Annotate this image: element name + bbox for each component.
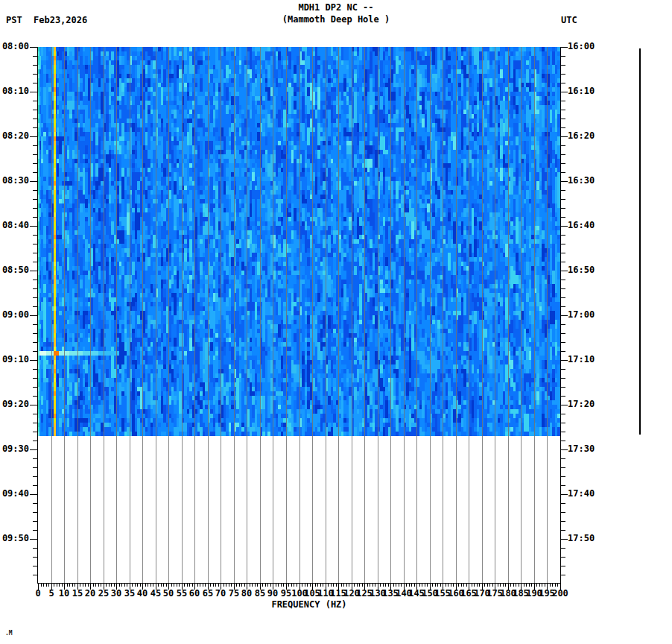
time-tick-left <box>33 101 37 101</box>
freq-tick <box>505 583 506 587</box>
time-tick-left <box>33 253 37 253</box>
freq-tick <box>346 583 347 587</box>
freq-tick <box>317 583 318 587</box>
time-tick-right <box>561 92 568 92</box>
freq-tick <box>127 583 127 587</box>
time-tick-right <box>561 494 568 495</box>
y-axis-left-line <box>37 47 38 584</box>
freq-tick <box>291 583 292 587</box>
freq-tick <box>414 583 415 587</box>
time-tick-right <box>561 503 565 504</box>
left-time-label: 08:10 <box>0 86 29 96</box>
freq-tick <box>210 583 211 587</box>
freq-tick <box>153 583 153 587</box>
freq-tick <box>171 583 172 587</box>
freq-tick <box>370 583 370 587</box>
time-tick-right <box>561 458 565 459</box>
freq-tick <box>106 583 107 587</box>
freq-tick <box>101 583 101 587</box>
freq-tick <box>294 583 294 587</box>
time-tick-right <box>561 476 565 477</box>
freq-tick <box>197 583 198 587</box>
freq-tick <box>380 583 381 587</box>
freq-tick <box>373 583 373 587</box>
time-tick-right <box>561 288 565 289</box>
freq-tick <box>281 583 282 587</box>
freq-tick <box>158 583 159 587</box>
freq-tick <box>315 583 316 587</box>
freq-tick <box>479 583 480 587</box>
freq-tick <box>331 583 332 587</box>
time-tick-left <box>33 199 37 200</box>
time-tick-right <box>561 360 568 361</box>
freq-tick <box>276 583 276 587</box>
time-tick-right <box>561 208 565 209</box>
freq-tick <box>474 583 475 587</box>
freq-tick <box>250 583 250 587</box>
freq-tick <box>422 583 422 587</box>
time-tick-left <box>30 47 37 48</box>
freq-tick <box>419 583 420 587</box>
freq-tick <box>236 583 237 587</box>
right-time-label: 17:20 <box>568 400 602 409</box>
time-tick-left <box>30 449 37 450</box>
freq-tick <box>477 583 478 587</box>
right-time-label: 17:50 <box>568 534 602 543</box>
time-tick-left <box>33 485 37 486</box>
freq-tick <box>111 583 112 587</box>
freq-tick <box>440 583 441 587</box>
time-tick-left <box>33 432 37 432</box>
freq-tick <box>349 583 349 587</box>
time-tick-right <box>561 557 565 558</box>
time-tick-left <box>33 217 37 218</box>
time-tick-right <box>561 127 565 128</box>
freq-tick <box>174 583 174 587</box>
time-tick-right <box>561 136 568 137</box>
freq-tick <box>461 583 462 587</box>
time-tick-right <box>561 145 565 146</box>
time-tick-left <box>33 476 37 477</box>
time-tick-left <box>33 530 37 531</box>
freq-tick <box>411 583 412 587</box>
freq-tick <box>498 583 498 587</box>
freq-tick <box>466 583 467 587</box>
time-tick-left <box>33 342 37 343</box>
freq-tick <box>62 583 63 587</box>
time-tick-left <box>33 110 37 110</box>
freq-tick <box>555 583 556 587</box>
freq-tick <box>46 583 47 587</box>
freq-tick <box>484 583 485 587</box>
time-tick-left <box>33 396 37 397</box>
freq-tick <box>177 583 177 587</box>
freq-tick <box>446 583 446 587</box>
freq-tick <box>343 583 344 587</box>
time-tick-right <box>561 253 565 253</box>
time-tick-right <box>561 396 565 397</box>
freq-tick <box>375 583 375 587</box>
freq-tick <box>367 583 368 587</box>
time-tick-right <box>561 575 565 575</box>
left-time-label: 08:30 <box>0 176 29 186</box>
time-tick-right <box>561 548 565 549</box>
freq-tick <box>231 583 232 587</box>
spectrogram-figure: MDH1 DP2 NC -- (Mammoth Deep Hole ) PST … <box>0 0 672 644</box>
time-tick-left <box>30 181 37 182</box>
time-tick-left <box>33 503 37 504</box>
freq-tick <box>48 583 49 587</box>
freq-tick <box>336 583 337 587</box>
left-time-label: 09:40 <box>0 489 29 499</box>
time-tick-right <box>561 297 565 298</box>
time-tick-right <box>561 280 565 280</box>
freq-tick <box>135 583 136 587</box>
freq-tick <box>124 583 125 587</box>
timezone-right-label: UTC <box>561 15 577 25</box>
time-tick-left <box>33 333 37 334</box>
freq-tick <box>510 583 511 587</box>
time-tick-right <box>561 414 565 414</box>
time-tick-left <box>33 172 37 173</box>
freq-tick <box>492 583 493 587</box>
time-tick-right <box>561 56 565 57</box>
spectrogram-canvas <box>38 47 560 583</box>
right-time-label: 16:20 <box>568 131 602 141</box>
freq-tick <box>451 583 451 587</box>
